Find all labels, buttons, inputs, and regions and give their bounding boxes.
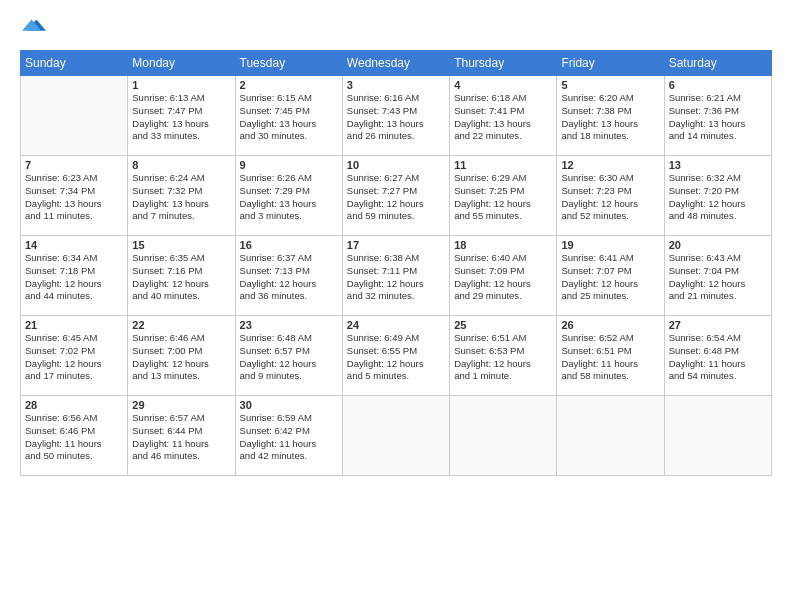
day-info: Sunrise: 6:24 AMSunset: 7:32 PMDaylight:… [132, 172, 230, 223]
page-header [20, 16, 772, 40]
day-number: 9 [240, 159, 338, 171]
day-info: Sunrise: 6:37 AMSunset: 7:13 PMDaylight:… [240, 252, 338, 303]
day-info: Sunrise: 6:57 AMSunset: 6:44 PMDaylight:… [132, 412, 230, 463]
header-day-thursday: Thursday [450, 51, 557, 76]
day-info: Sunrise: 6:32 AMSunset: 7:20 PMDaylight:… [669, 172, 767, 223]
calendar-table: SundayMondayTuesdayWednesdayThursdayFrid… [20, 50, 772, 476]
day-info: Sunrise: 6:27 AMSunset: 7:27 PMDaylight:… [347, 172, 445, 223]
day-info: Sunrise: 6:34 AMSunset: 7:18 PMDaylight:… [25, 252, 123, 303]
calendar-cell: 10Sunrise: 6:27 AMSunset: 7:27 PMDayligh… [342, 156, 449, 236]
calendar-cell: 19Sunrise: 6:41 AMSunset: 7:07 PMDayligh… [557, 236, 664, 316]
day-info: Sunrise: 6:43 AMSunset: 7:04 PMDaylight:… [669, 252, 767, 303]
day-number: 8 [132, 159, 230, 171]
calendar-cell: 25Sunrise: 6:51 AMSunset: 6:53 PMDayligh… [450, 316, 557, 396]
day-number: 24 [347, 319, 445, 331]
calendar-header: SundayMondayTuesdayWednesdayThursdayFrid… [21, 51, 772, 76]
day-info: Sunrise: 6:56 AMSunset: 6:46 PMDaylight:… [25, 412, 123, 463]
day-info: Sunrise: 6:21 AMSunset: 7:36 PMDaylight:… [669, 92, 767, 143]
calendar-cell: 3Sunrise: 6:16 AMSunset: 7:43 PMDaylight… [342, 76, 449, 156]
day-number: 29 [132, 399, 230, 411]
day-info: Sunrise: 6:46 AMSunset: 7:00 PMDaylight:… [132, 332, 230, 383]
day-info: Sunrise: 6:52 AMSunset: 6:51 PMDaylight:… [561, 332, 659, 383]
calendar-cell: 17Sunrise: 6:38 AMSunset: 7:11 PMDayligh… [342, 236, 449, 316]
calendar-cell: 21Sunrise: 6:45 AMSunset: 7:02 PMDayligh… [21, 316, 128, 396]
day-info: Sunrise: 6:18 AMSunset: 7:41 PMDaylight:… [454, 92, 552, 143]
calendar-cell: 4Sunrise: 6:18 AMSunset: 7:41 PMDaylight… [450, 76, 557, 156]
day-info: Sunrise: 6:26 AMSunset: 7:29 PMDaylight:… [240, 172, 338, 223]
day-info: Sunrise: 6:35 AMSunset: 7:16 PMDaylight:… [132, 252, 230, 303]
day-info: Sunrise: 6:48 AMSunset: 6:57 PMDaylight:… [240, 332, 338, 383]
calendar-week-1: 1Sunrise: 6:13 AMSunset: 7:47 PMDaylight… [21, 76, 772, 156]
day-info: Sunrise: 6:13 AMSunset: 7:47 PMDaylight:… [132, 92, 230, 143]
calendar-cell: 2Sunrise: 6:15 AMSunset: 7:45 PMDaylight… [235, 76, 342, 156]
day-info: Sunrise: 6:41 AMSunset: 7:07 PMDaylight:… [561, 252, 659, 303]
day-number: 6 [669, 79, 767, 91]
day-info: Sunrise: 6:20 AMSunset: 7:38 PMDaylight:… [561, 92, 659, 143]
day-number: 2 [240, 79, 338, 91]
day-info: Sunrise: 6:15 AMSunset: 7:45 PMDaylight:… [240, 92, 338, 143]
calendar-cell: 6Sunrise: 6:21 AMSunset: 7:36 PMDaylight… [664, 76, 771, 156]
day-number: 14 [25, 239, 123, 251]
day-number: 13 [669, 159, 767, 171]
calendar-cell: 24Sunrise: 6:49 AMSunset: 6:55 PMDayligh… [342, 316, 449, 396]
day-number: 7 [25, 159, 123, 171]
calendar-cell: 16Sunrise: 6:37 AMSunset: 7:13 PMDayligh… [235, 236, 342, 316]
day-number: 4 [454, 79, 552, 91]
day-number: 21 [25, 319, 123, 331]
day-number: 19 [561, 239, 659, 251]
day-info: Sunrise: 6:54 AMSunset: 6:48 PMDaylight:… [669, 332, 767, 383]
day-number: 12 [561, 159, 659, 171]
calendar-cell: 5Sunrise: 6:20 AMSunset: 7:38 PMDaylight… [557, 76, 664, 156]
day-number: 26 [561, 319, 659, 331]
day-number: 10 [347, 159, 445, 171]
day-info: Sunrise: 6:49 AMSunset: 6:55 PMDaylight:… [347, 332, 445, 383]
day-info: Sunrise: 6:38 AMSunset: 7:11 PMDaylight:… [347, 252, 445, 303]
calendar-cell [450, 396, 557, 476]
day-number: 20 [669, 239, 767, 251]
calendar-cell: 1Sunrise: 6:13 AMSunset: 7:47 PMDaylight… [128, 76, 235, 156]
calendar-cell [557, 396, 664, 476]
logo [20, 16, 46, 40]
day-number: 27 [669, 319, 767, 331]
calendar-cell: 23Sunrise: 6:48 AMSunset: 6:57 PMDayligh… [235, 316, 342, 396]
day-info: Sunrise: 6:23 AMSunset: 7:34 PMDaylight:… [25, 172, 123, 223]
calendar-week-5: 28Sunrise: 6:56 AMSunset: 6:46 PMDayligh… [21, 396, 772, 476]
calendar-cell: 12Sunrise: 6:30 AMSunset: 7:23 PMDayligh… [557, 156, 664, 236]
calendar-body: 1Sunrise: 6:13 AMSunset: 7:47 PMDaylight… [21, 76, 772, 476]
day-info: Sunrise: 6:29 AMSunset: 7:25 PMDaylight:… [454, 172, 552, 223]
header-day-sunday: Sunday [21, 51, 128, 76]
calendar-cell: 15Sunrise: 6:35 AMSunset: 7:16 PMDayligh… [128, 236, 235, 316]
day-number: 22 [132, 319, 230, 331]
calendar-cell: 13Sunrise: 6:32 AMSunset: 7:20 PMDayligh… [664, 156, 771, 236]
day-number: 30 [240, 399, 338, 411]
calendar-cell: 20Sunrise: 6:43 AMSunset: 7:04 PMDayligh… [664, 236, 771, 316]
calendar-cell: 11Sunrise: 6:29 AMSunset: 7:25 PMDayligh… [450, 156, 557, 236]
day-number: 11 [454, 159, 552, 171]
day-number: 25 [454, 319, 552, 331]
header-day-saturday: Saturday [664, 51, 771, 76]
calendar-cell: 7Sunrise: 6:23 AMSunset: 7:34 PMDaylight… [21, 156, 128, 236]
calendar-cell: 14Sunrise: 6:34 AMSunset: 7:18 PMDayligh… [21, 236, 128, 316]
day-number: 28 [25, 399, 123, 411]
day-number: 3 [347, 79, 445, 91]
calendar-cell: 27Sunrise: 6:54 AMSunset: 6:48 PMDayligh… [664, 316, 771, 396]
header-row: SundayMondayTuesdayWednesdayThursdayFrid… [21, 51, 772, 76]
day-info: Sunrise: 6:59 AMSunset: 6:42 PMDaylight:… [240, 412, 338, 463]
day-number: 16 [240, 239, 338, 251]
day-number: 18 [454, 239, 552, 251]
day-number: 1 [132, 79, 230, 91]
calendar-cell: 30Sunrise: 6:59 AMSunset: 6:42 PMDayligh… [235, 396, 342, 476]
calendar-cell: 29Sunrise: 6:57 AMSunset: 6:44 PMDayligh… [128, 396, 235, 476]
day-info: Sunrise: 6:30 AMSunset: 7:23 PMDaylight:… [561, 172, 659, 223]
day-number: 23 [240, 319, 338, 331]
day-number: 15 [132, 239, 230, 251]
calendar-cell: 8Sunrise: 6:24 AMSunset: 7:32 PMDaylight… [128, 156, 235, 236]
calendar-cell: 28Sunrise: 6:56 AMSunset: 6:46 PMDayligh… [21, 396, 128, 476]
calendar-cell: 26Sunrise: 6:52 AMSunset: 6:51 PMDayligh… [557, 316, 664, 396]
calendar-week-3: 14Sunrise: 6:34 AMSunset: 7:18 PMDayligh… [21, 236, 772, 316]
calendar-cell: 22Sunrise: 6:46 AMSunset: 7:00 PMDayligh… [128, 316, 235, 396]
day-info: Sunrise: 6:40 AMSunset: 7:09 PMDaylight:… [454, 252, 552, 303]
calendar-cell: 18Sunrise: 6:40 AMSunset: 7:09 PMDayligh… [450, 236, 557, 316]
header-day-friday: Friday [557, 51, 664, 76]
day-info: Sunrise: 6:45 AMSunset: 7:02 PMDaylight:… [25, 332, 123, 383]
